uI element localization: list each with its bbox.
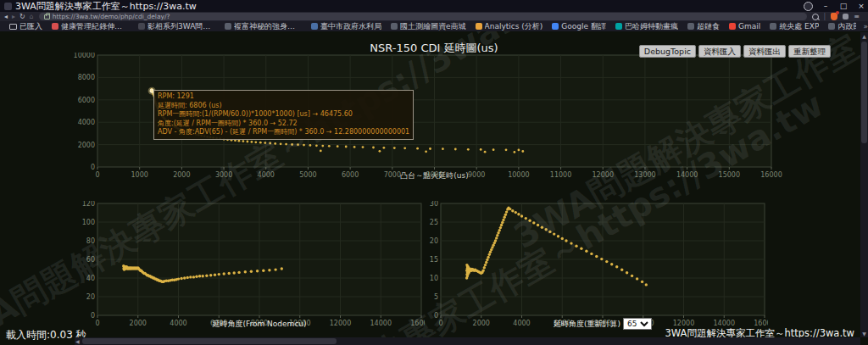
- favicon-icon: [138, 23, 145, 30]
- svg-text:0: 0: [434, 312, 438, 320]
- bookmark-label: 內政部國土測繪中...: [837, 21, 856, 31]
- left-chart-xlabel: 延時角度(From Nodemcu): [97, 319, 421, 330]
- bookmark-label: 健康管理紀錄伸展操...: [61, 21, 129, 31]
- toolbar: DebugTopic資料匯入資料匯出重新整理: [639, 45, 831, 58]
- reload-icon[interactable]: ↻: [19, 12, 25, 21]
- horizontal-scroll-thumb[interactable]: [82, 338, 337, 344]
- favicon-icon: [476, 23, 482, 30]
- adv-select[interactable]: 65: [623, 318, 652, 330]
- scroll-up-icon[interactable]: ▲: [861, 32, 867, 40]
- favicon-icon: [770, 23, 776, 30]
- minimize-button[interactable]: –: [821, 2, 831, 10]
- bookmark-label: 超鏈食: [697, 21, 720, 31]
- bookmark-item[interactable]: 國土測繪圖資e商城: [391, 21, 466, 31]
- favicon-icon: [225, 23, 231, 30]
- toolbar-button[interactable]: 資料匯入: [698, 45, 741, 58]
- svg-text:6000: 6000: [78, 97, 95, 104]
- favicon-icon: [552, 23, 559, 30]
- svg-text:0: 0: [91, 164, 95, 171]
- bookmark-item[interactable]: 巴哈姆特動畫瘋: [615, 21, 678, 31]
- svg-text:0: 0: [91, 312, 95, 320]
- svg-text:5: 5: [434, 293, 438, 301]
- address-bar[interactable]: https://3wa.tw/demo/php/cdi_delay/?: [39, 13, 807, 20]
- url-text[interactable]: https://3wa.tw/demo/php/cdi_delay/?: [53, 13, 170, 20]
- window-title: 3WA問題解決專家工作室～https://3wa.tw: [15, 0, 197, 13]
- bookmark-label: 巴哈姆特動畫瘋: [625, 21, 678, 31]
- bookmark-label: 複富神秘的強身管理: [234, 21, 302, 31]
- close-button[interactable]: ×: [856, 2, 866, 10]
- svg-text:10: 10: [430, 275, 438, 282]
- svg-text:100: 100: [82, 219, 95, 226]
- tooltip-line: 延遲時間: 6806 (us): [158, 102, 409, 111]
- bookmark-item[interactable]: Google 翻譯: [552, 21, 606, 31]
- right-chart-xlabel-text: 延時角度(重新計算): [554, 320, 620, 328]
- bookmark-label: Google 翻譯: [561, 21, 606, 31]
- datapoint-tooltip: RPM: 1291延遲時間: 6806 (us)RPM一圈時間:(1/(RPM/…: [153, 90, 414, 140]
- search-icon[interactable]: [812, 14, 819, 20]
- favicon-icon: [391, 23, 398, 30]
- favicon-icon: [615, 23, 622, 30]
- favicon-icon: [729, 23, 736, 30]
- svg-text:120: 120: [82, 201, 95, 208]
- bookmark-item[interactable]: 健康管理紀錄伸展操...: [52, 21, 129, 31]
- svg-text:40: 40: [86, 275, 95, 282]
- browser-window: 3WA問題解決專家工作室～https://3wa.tw – □ × ◂ ▸ ↻ …: [0, 0, 868, 345]
- bookmark-item[interactable]: 複富神秘的強身管理: [225, 21, 302, 31]
- bookmarks-overflow-icon[interactable]: »: [863, 22, 868, 31]
- bookmark-label: 統央處 EXP: [779, 21, 819, 31]
- svg-text:20: 20: [86, 293, 95, 301]
- tooltip-line: ADV - 角度:ADV(65) - (延遲 / RPM一圈時間) * 360.…: [158, 128, 409, 137]
- svg-text:8000: 8000: [78, 74, 95, 81]
- svg-text:4000: 4000: [78, 119, 95, 126]
- bookmark-item[interactable]: 已匯入: [9, 21, 42, 31]
- bookmark-item[interactable]: Gmail: [729, 22, 760, 31]
- tooltip-line: 角度:(延遲 / RPM一圈時間) * 360.0 → 52.72: [158, 120, 409, 129]
- favicon-icon: [52, 23, 58, 30]
- svg-text:25: 25: [430, 219, 438, 226]
- adblock-shield-icon[interactable]: [831, 13, 837, 20]
- scroll-down-icon[interactable]: ▼: [861, 330, 867, 337]
- menu-icon[interactable]: ≡: [854, 13, 860, 20]
- bookmark-item[interactable]: 統央處 EXP: [770, 21, 819, 31]
- left-chart: 0200040006000800010000120001400016000020…: [74, 201, 425, 328]
- bookmark-label: 已匯入: [19, 21, 42, 31]
- page-content: 3WA問題解決專家工作室～https://3wa.tw 3WA問題解決專家工作室…: [0, 31, 868, 345]
- bookmark-item[interactable]: Analytics (分析): [476, 21, 543, 31]
- bookmark-label: 國土測繪圖資e商城: [400, 21, 466, 31]
- scroll-left-icon[interactable]: ◀: [75, 337, 81, 345]
- folder-icon: [9, 24, 17, 30]
- bookmark-item[interactable]: 影相系列3WA問題...: [138, 21, 215, 31]
- forward-icon[interactable]: ▸: [12, 12, 15, 21]
- bookmark-item[interactable]: 內政部國土測繪中...: [828, 21, 856, 31]
- toolbar-button[interactable]: 重新整理: [788, 45, 831, 58]
- vertical-scrollbar[interactable]: ▲ ▼: [860, 32, 868, 337]
- toolbar-button[interactable]: DebugTopic: [639, 45, 696, 58]
- svg-text:20: 20: [430, 237, 438, 245]
- extensions-icon[interactable]: [843, 14, 849, 19]
- bookmarks-bar: 已匯入健康管理紀錄伸展操...影相系列3WA問題...複富神秘的強身管理臺中市政…: [0, 21, 868, 31]
- back-icon[interactable]: ◂: [4, 12, 8, 21]
- bookmark-item[interactable]: 超鏈食: [687, 21, 720, 31]
- svg-text:60: 60: [86, 256, 95, 264]
- site-favicon: [4, 3, 12, 10]
- favicon-icon: [828, 23, 835, 30]
- bookmarks-list: 已匯入健康管理紀錄伸展操...影相系列3WA問題...複富神秘的強身管理臺中市政…: [0, 21, 856, 31]
- home-icon[interactable]: ⌂: [30, 12, 34, 21]
- profile-icon[interactable]: [804, 2, 813, 11]
- svg-text:2000: 2000: [78, 142, 95, 149]
- navigation-bar: ◂ ▸ ↻ ⌂ https://3wa.tw/demo/php/cdi_dela…: [0, 12, 868, 21]
- lock-icon: [44, 14, 50, 19]
- toolbar-divider: |: [824, 13, 826, 20]
- horizontal-scrollbar[interactable]: ◀: [75, 337, 860, 345]
- right-chart: 0200040006000800010000120001400016000051…: [417, 201, 768, 328]
- svg-text:10000: 10000: [74, 53, 95, 59]
- vertical-scroll-thumb[interactable]: [861, 42, 867, 143]
- favicon-icon: [687, 23, 694, 30]
- maximize-button[interactable]: □: [838, 2, 849, 10]
- tooltip-line: RPM: 1291: [158, 92, 409, 102]
- svg-text:80: 80: [86, 237, 95, 245]
- bookmark-item[interactable]: 臺中市政府水利局: [311, 21, 381, 31]
- bookmark-label: Analytics (分析): [485, 21, 543, 31]
- bookmark-label: 臺中市政府水利局: [320, 21, 381, 31]
- toolbar-button[interactable]: 資料匯出: [743, 45, 786, 58]
